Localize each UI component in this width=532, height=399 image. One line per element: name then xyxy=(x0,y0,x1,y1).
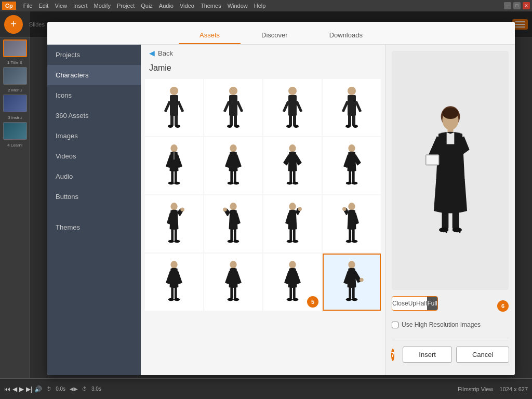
hi-res-checkbox[interactable] xyxy=(392,322,398,328)
view-toggle-row: CloseUp Half Full 6 xyxy=(392,296,509,316)
cancel-button[interactable]: Cancel xyxy=(456,347,509,363)
slide-thumb-1[interactable] xyxy=(3,39,27,57)
svg-point-86 xyxy=(289,260,296,268)
svg-rect-20 xyxy=(289,115,292,126)
assets-dialog: Assets Discover Downloads Projects Chara… xyxy=(47,22,515,375)
step-back-button[interactable]: ◀ xyxy=(12,385,17,393)
menu-file[interactable]: File xyxy=(20,3,36,9)
char-figure-1-1 xyxy=(220,144,246,188)
char-cell-0-2[interactable] xyxy=(263,79,322,136)
char-cell-2-3[interactable] xyxy=(323,195,381,252)
menu-insert[interactable]: Insert xyxy=(70,3,91,9)
char-cell-1-1[interactable] xyxy=(204,137,262,194)
menu-modify[interactable]: Modify xyxy=(91,3,114,9)
window-controls: — □ ✕ xyxy=(504,2,530,9)
svg-point-52 xyxy=(170,202,177,210)
svg-rect-34 xyxy=(175,170,177,183)
play-button[interactable]: ▶ xyxy=(19,385,24,393)
svg-rect-43 xyxy=(289,170,292,183)
svg-point-69 xyxy=(292,240,298,243)
view-btn-closeup[interactable]: CloseUp xyxy=(392,297,416,310)
slide-thumb-2[interactable] xyxy=(3,67,27,85)
char-cell-3-2[interactable]: 5 xyxy=(263,254,322,311)
maximize-button[interactable]: □ xyxy=(513,2,521,9)
char-cell-2-0[interactable] xyxy=(145,195,203,252)
preview-character-full xyxy=(422,105,479,235)
time-display-2: ⏱ xyxy=(82,386,87,392)
svg-rect-38 xyxy=(230,170,233,183)
sidebar-item-themes[interactable]: Themes xyxy=(47,217,141,237)
view-btn-half[interactable]: Half xyxy=(416,297,427,310)
svg-point-92 xyxy=(360,278,364,282)
char-cell-3-3[interactable] xyxy=(323,254,381,311)
svg-point-35 xyxy=(168,181,174,184)
char-cell-3-0[interactable] xyxy=(145,254,203,311)
menu-themes[interactable]: Themes xyxy=(197,3,224,9)
slide-thumb-3[interactable] xyxy=(3,95,27,112)
char-cell-1-3[interactable] xyxy=(323,137,381,194)
char-cell-3-1[interactable] xyxy=(204,254,262,311)
char-cell-1-0[interactable] xyxy=(145,137,203,194)
svg-point-47 xyxy=(348,144,355,152)
insert-button[interactable]: Insert xyxy=(403,347,452,363)
svg-point-68 xyxy=(287,240,292,243)
svg-point-96 xyxy=(352,298,357,301)
add-slide-button[interactable]: + xyxy=(4,15,23,34)
sidebar-item-audio[interactable]: Audio xyxy=(47,166,141,187)
tab-downloads[interactable]: Downloads xyxy=(309,27,383,44)
char-figure-0-1 xyxy=(220,86,246,130)
svg-point-89 xyxy=(287,298,292,301)
svg-rect-102 xyxy=(427,156,438,165)
sidebar-item-images[interactable]: Images xyxy=(47,126,141,146)
menu-view[interactable]: View xyxy=(51,3,70,9)
svg-rect-55 xyxy=(175,229,177,241)
content-title: Jamie xyxy=(141,61,385,77)
svg-rect-108 xyxy=(459,229,460,233)
sidebar-item-360assets[interactable]: 360 Assets xyxy=(47,105,141,126)
svg-rect-12 xyxy=(230,115,233,126)
menu-video[interactable]: Video xyxy=(177,3,197,9)
tab-assets[interactable]: Assets xyxy=(179,27,241,44)
tab-discover[interactable]: Discover xyxy=(241,27,309,44)
svg-point-63 xyxy=(233,240,239,243)
sidebar-item-characters[interactable]: Characters xyxy=(47,65,141,85)
svg-point-40 xyxy=(228,181,233,184)
back-arrow-icon: ◀ xyxy=(149,49,155,57)
menu-audio[interactable]: Audio xyxy=(156,3,177,9)
minimize-button[interactable]: — xyxy=(504,2,511,9)
char-cell-2-1[interactable] xyxy=(204,195,262,252)
dialog-body: Projects Characters Icons 360 Assets Ima… xyxy=(47,45,515,375)
menu-edit[interactable]: Edit xyxy=(35,3,51,9)
resolution-label: 1024 x 627 xyxy=(500,386,528,392)
char-cell-0-0[interactable] xyxy=(145,79,203,136)
char-cell-1-2[interactable] xyxy=(263,137,322,194)
char-cell-0-1[interactable] xyxy=(204,79,262,136)
svg-rect-4 xyxy=(170,115,174,126)
audio-button[interactable]: 🔊 xyxy=(34,385,42,393)
step-forward-button[interactable]: ▶| xyxy=(26,385,32,393)
close-button[interactable]: ✕ xyxy=(523,2,530,9)
go-to-start-button[interactable]: ⏮ xyxy=(4,385,10,393)
svg-point-46 xyxy=(292,181,298,184)
char-figure-2-3 xyxy=(339,202,365,246)
slide-thumb-4[interactable] xyxy=(3,122,27,140)
svg-point-76 xyxy=(170,260,177,268)
svg-point-65 xyxy=(298,207,302,211)
back-button[interactable]: Back xyxy=(158,49,173,57)
sidebar-item-icons[interactable]: Icons xyxy=(47,85,141,105)
svg-point-41 xyxy=(233,181,239,184)
svg-point-22 xyxy=(286,125,291,128)
hi-res-label[interactable]: Use High Resolution Images xyxy=(402,321,481,328)
time-value-2: 3.0s xyxy=(91,386,101,392)
svg-rect-17 xyxy=(288,95,297,116)
menu-help[interactable]: Help xyxy=(251,3,269,9)
sidebar-item-videos[interactable]: Videos xyxy=(47,146,141,166)
menu-window[interactable]: Window xyxy=(224,3,251,9)
menu-project[interactable]: Project xyxy=(114,3,138,9)
view-btn-full[interactable]: Full xyxy=(427,297,437,310)
sidebar-item-buttons[interactable]: Buttons xyxy=(47,187,141,207)
menu-quiz[interactable]: Quiz xyxy=(138,3,156,9)
char-cell-0-3[interactable] xyxy=(323,79,381,136)
char-cell-2-2[interactable] xyxy=(263,195,322,252)
sidebar-item-projects[interactable]: Projects xyxy=(47,45,141,65)
